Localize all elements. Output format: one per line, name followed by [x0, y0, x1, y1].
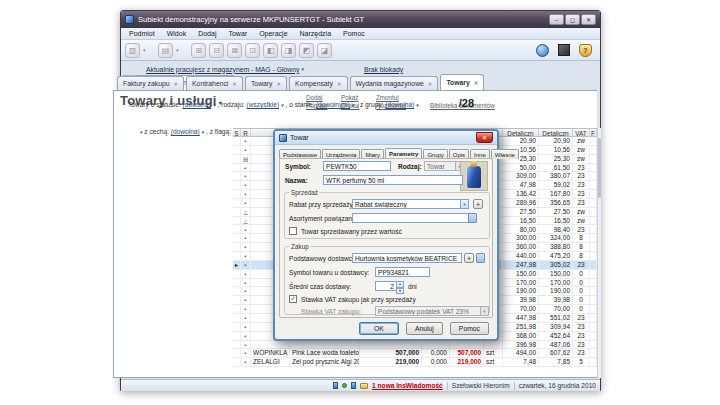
asortyment-picker-button[interactable] — [468, 213, 477, 223]
cell-unit — [484, 341, 503, 350]
pin-icon[interactable] — [351, 382, 356, 389]
cell-p1: 39,98 — [503, 296, 539, 305]
item-type-icon: ▤ — [241, 155, 251, 164]
pomoc-button[interactable]: Pomoc — [450, 322, 489, 335]
help-shield-icon[interactable]: ? — [579, 44, 592, 57]
module-icon-8[interactable]: ◪ — [317, 43, 332, 58]
symbol-dostawcy-field[interactable]: PP934821 — [375, 267, 430, 277]
module-icon-6[interactable]: ◨ — [281, 43, 296, 58]
tab-close-icon[interactable]: ✕ — [173, 81, 178, 87]
module-icon-4[interactable]: ⊡ — [245, 43, 260, 58]
menu-item-pomoc[interactable]: Pomoc — [338, 29, 370, 38]
tab-close-icon[interactable]: ✕ — [277, 81, 282, 87]
link-pokaż[interactable]: Pokaż — [341, 94, 359, 101]
menu-item-towar[interactable]: Towar — [223, 29, 252, 38]
item-type-icon: △ — [241, 217, 251, 226]
vat-checkbox[interactable] — [289, 295, 297, 303]
menu-item-narzędzia[interactable]: Narzędzia — [295, 29, 337, 38]
stawka-combo[interactable]: Podstawowy podatek VAT 23% — [375, 306, 481, 316]
dostawca-picker-button[interactable] — [476, 253, 485, 263]
chevron-down-icon[interactable] — [480, 306, 489, 316]
perfume-bottle-image — [467, 166, 481, 188]
module-icon-3[interactable]: ⊠ — [227, 43, 242, 58]
ok-button[interactable]: OK — [359, 322, 399, 335]
tab-wydania-magazynowe[interactable]: Wydania magazynowe✕ — [350, 76, 439, 90]
nazwa-field[interactable]: WTK perfumy 50 ml — [323, 175, 463, 185]
document-tabbar: Faktury zakupu✕Kontrahenci✕Towary✕Kompen… — [115, 74, 479, 90]
module-icon-1[interactable]: ⊞ — [191, 43, 206, 58]
spinner-arrows[interactable]: ▲▼ — [396, 281, 404, 291]
chevron-down-icon[interactable]: ▾ — [143, 43, 150, 58]
menu-item-widok[interactable]: Widok — [162, 29, 191, 38]
cube-icon[interactable] — [558, 44, 570, 56]
new-message-link[interactable]: 1 nowa InsWiadomość — [372, 382, 443, 389]
link-zmontuj[interactable]: Zmontuj — [376, 94, 399, 101]
tab-towary[interactable]: Towary✕ — [440, 74, 484, 90]
table-row[interactable]: ▪ŻELALGIŻel pod prysznic Algi 200219,000… — [233, 358, 597, 367]
dostawca-field[interactable]: Hurtownia kosmetyków BEATRICE — [352, 253, 462, 263]
asortyment-field[interactable] — [352, 213, 469, 223]
filter-value-dropdown[interactable]: (dowolna) — [385, 101, 414, 108]
globe-icon[interactable] — [536, 44, 549, 57]
inbox-folder-icon[interactable] — [360, 383, 368, 389]
close-button[interactable]: ✕ — [581, 14, 596, 25]
menu-item-operacje[interactable]: Operacje — [254, 29, 292, 38]
menu-item-podmiot[interactable]: Podmiot — [124, 29, 160, 38]
workspace-link[interactable]: Aktualnie pracujesz z magazynem - MAG - … — [146, 66, 299, 73]
module-icon-5[interactable]: ◧ — [263, 43, 278, 58]
add-rabat-button[interactable]: + — [473, 199, 483, 209]
rodzaj-combo[interactable]: Towar — [424, 161, 456, 171]
tab-towary[interactable]: Towary✕ — [245, 76, 287, 90]
chevron-down-icon[interactable]: ▾ — [176, 43, 183, 58]
lock-status-link[interactable]: Brak blokady — [364, 66, 403, 73]
nazwa-label: Nazwa: — [285, 177, 308, 184]
cell-p2: 10,56 — [539, 146, 573, 155]
cell-reserved — [422, 341, 450, 350]
titlebar[interactable]: Subiekt demonstracyjny na serwerze MKPUN… — [121, 11, 600, 28]
chevron-down-icon[interactable] — [460, 199, 469, 209]
vat-checkbox-label[interactable]: Stawka VAT zakupu jak przy sprzedaży — [301, 296, 416, 303]
spin-down-icon[interactable]: ▼ — [396, 288, 404, 295]
module-icon-2[interactable]: ⊟ — [209, 43, 224, 58]
minimize-button[interactable]: – — [549, 14, 564, 25]
tab-close-icon[interactable]: ✕ — [337, 81, 342, 87]
sprzedaz-checkbox-label[interactable]: Towar sprzedawany przez wartość — [301, 228, 402, 235]
new-document-icon[interactable]: ▥ — [125, 43, 140, 58]
anuluj-button[interactable]: Anuluj — [406, 322, 443, 335]
filter-value-dropdown[interactable]: (wszystkie) — [247, 101, 280, 108]
cell-f — [590, 137, 597, 146]
scrollbar-thumb[interactable] — [598, 138, 601, 198]
item-type-icon: △ — [241, 208, 251, 217]
maximize-button[interactable]: ◻ — [565, 14, 580, 25]
symbol-field[interactable]: PEWTK50 — [323, 161, 391, 171]
tab-kontrahenci[interactable]: Kontrahenci✕ — [186, 76, 243, 90]
dialog-tab-własne[interactable]: Własne — [491, 149, 519, 159]
filter-value-dropdown[interactable]: (dowolnym) — [316, 101, 350, 108]
tab-close-icon[interactable]: ✕ — [428, 81, 433, 87]
chevron-down-icon[interactable] — [416, 102, 419, 108]
table-row[interactable]: ▪WOPINKLAPink Lace woda toaletowa507,000… — [233, 349, 597, 358]
tab-close-icon[interactable]: ✕ — [474, 80, 479, 86]
tab-kompensaty[interactable]: Kompensaty✕ — [289, 76, 347, 90]
pin-icon[interactable] — [333, 382, 338, 389]
tab-close-icon[interactable]: ✕ — [232, 81, 237, 87]
filter-value-dropdown[interactable]: (dowolna) — [171, 128, 200, 135]
czas-spinner-field[interactable]: 2 — [375, 281, 397, 291]
open-icon[interactable]: ▤ — [158, 43, 173, 58]
rabat-combo[interactable]: Rabat świąteczny — [352, 199, 461, 209]
menu-item-dodaj[interactable]: Dodaj — [193, 29, 221, 38]
sprzedaz-checkbox[interactable] — [289, 227, 297, 235]
product-image[interactable] — [460, 161, 488, 191]
module-icon-7[interactable]: ◩ — [299, 43, 314, 58]
filter-value-dropdown[interactable]: (dowolny) — [183, 101, 212, 108]
link-dodaj[interactable]: Dodaj — [306, 94, 322, 101]
cell-vat: 23 — [573, 341, 590, 350]
cell-f — [590, 279, 597, 288]
dialog-titlebar[interactable]: Towar — [275, 131, 497, 145]
close-icon[interactable] — [476, 132, 493, 143]
chevron-down-icon[interactable] — [140, 129, 143, 135]
add-dostawca-button[interactable]: + — [464, 253, 474, 263]
table-row[interactable]: ▪396,98487,0623 — [233, 341, 597, 350]
table-vertical-scrollbar[interactable] — [597, 128, 601, 378]
tab-faktury-zakupu[interactable]: Faktury zakupu✕ — [117, 76, 184, 90]
